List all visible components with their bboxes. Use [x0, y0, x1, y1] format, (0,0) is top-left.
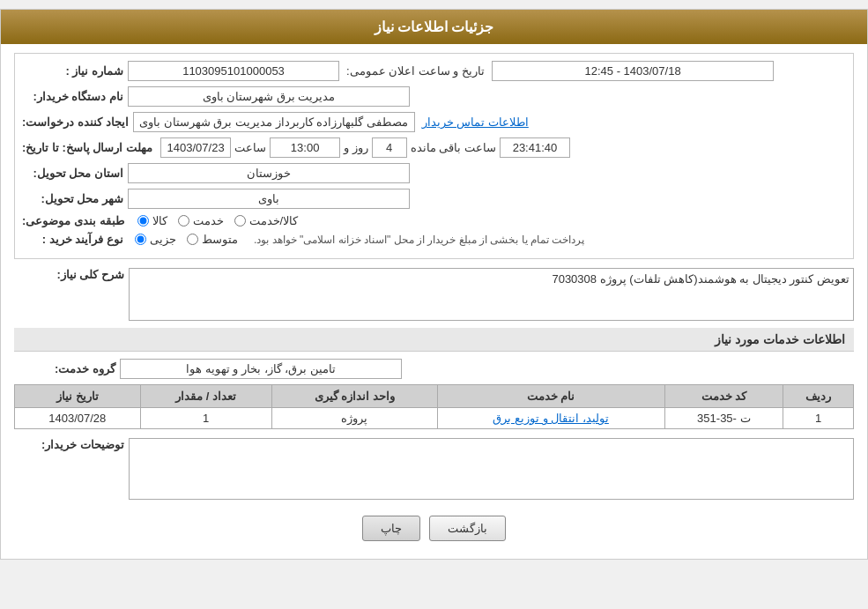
purchase-medium-option[interactable]: متوسط	[187, 233, 238, 246]
deadline-days-label: روز و	[344, 141, 368, 154]
col-quantity: تعداد / مقدار	[140, 385, 271, 408]
city-label: شهر محل تحویل:	[22, 192, 128, 205]
purchase-type-radio-group: متوسط جزیی	[135, 233, 238, 246]
cell-date: 1403/07/28	[15, 408, 141, 429]
purchase-type-label: نوع فرآیند خرید :	[22, 233, 128, 246]
col-service-name: نام خدمت	[437, 385, 664, 408]
col-date: تاریخ نیاز	[15, 385, 141, 408]
category-goods-service-radio[interactable]	[234, 215, 246, 227]
buyer-org-label: نام دستگاه خریدار:	[22, 90, 128, 103]
need-number-row: 1403/07/18 - 12:45 تاریخ و ساعت اعلان عم…	[22, 61, 846, 81]
service-group-label: گروه خدمت:	[14, 362, 120, 375]
province-row: خوزستان استان محل تحویل:	[22, 163, 846, 183]
category-goods-option[interactable]: کالا	[137, 214, 167, 227]
deadline-remaining-label: ساعت باقی مانده	[411, 141, 496, 154]
deadline-remaining-value: 23:41:40	[500, 137, 570, 158]
deadline-label: مهلت ارسال پاسخ: تا تاریخ:	[22, 141, 157, 154]
category-service-label: خدمت	[193, 214, 224, 227]
contact-link[interactable]: اطلاعات تماس خریدار	[422, 115, 529, 129]
category-service-radio[interactable]	[178, 215, 189, 227]
category-goods-radio[interactable]	[137, 215, 149, 227]
need-description-value: تعویض کنتور دیجیتال به هوشمند(کاهش تلفات…	[552, 272, 849, 286]
purchase-desc: پرداخت تمام یا بخشی از مبلغ خریدار از مح…	[254, 234, 584, 246]
purchase-medium-label: متوسط	[202, 233, 238, 246]
services-section-title: اطلاعات خدمات مورد نیاز	[14, 328, 854, 352]
service-table: ردیف کد خدمت نام خدمت واحد اندازه گیری ت…	[14, 384, 854, 429]
service-group-row: تامین برق، گاز، بخار و تهویه هوا گروه خد…	[14, 359, 854, 379]
category-goods-service-option[interactable]: کالا/خدمت	[234, 214, 299, 227]
need-description-label: شرح کلی نیاز:	[14, 268, 129, 281]
requester-value: مصطفی گلبهارزاده کاربرداز مدیریت برق شهر…	[133, 112, 415, 132]
purchase-partial-radio[interactable]	[135, 234, 146, 245]
announce-date-value: 1403/07/18 - 12:45	[492, 61, 774, 81]
buyer-comment-label: توضیحات خریدار:	[14, 438, 129, 451]
col-service-code: کد خدمت	[664, 385, 783, 408]
province-label: استان محل تحویل:	[22, 167, 128, 180]
requester-label: ایجاد کننده درخواست:	[22, 115, 133, 129]
cell-row-num: 1	[783, 408, 854, 429]
purchase-medium-radio[interactable]	[187, 234, 198, 245]
cell-service-name[interactable]: تولید، انتقال و توزیع برق	[437, 408, 664, 429]
cell-service-code: ت -35-351	[664, 408, 783, 429]
back-button[interactable]: بازگشت	[429, 516, 506, 541]
need-description-box: تعویض کنتور دیجیتال به هوشمند(کاهش تلفات…	[129, 268, 854, 321]
cell-quantity: 1	[140, 408, 271, 429]
category-row: کالا/خدمت خدمت کالا طبقه بندی موضوعی:	[22, 214, 846, 227]
deadline-time-value: 13:00	[270, 137, 340, 158]
cell-unit: پروژه	[271, 408, 437, 429]
need-number-label: شماره نیاز :	[22, 64, 128, 78]
purchase-partial-option[interactable]: جزیی	[135, 233, 176, 246]
print-button[interactable]: چاپ	[362, 516, 420, 541]
requester-row: اطلاعات تماس خریدار مصطفی گلبهارزاده کار…	[22, 112, 846, 132]
province-value: خوزستان	[128, 163, 410, 183]
purchase-partial-label: جزیی	[150, 233, 176, 246]
buyer-desc-row: توضیحات خریدار:	[14, 438, 854, 500]
purchase-type-row: پرداخت تمام یا بخشی از مبلغ خریدار از مح…	[22, 233, 846, 246]
category-service-option[interactable]: خدمت	[178, 214, 224, 227]
main-form: 1403/07/18 - 12:45 تاریخ و ساعت اعلان عم…	[14, 53, 854, 259]
announce-date-label: تاریخ و ساعت اعلان عمومی:	[346, 64, 485, 78]
city-value: باوی	[128, 189, 410, 209]
category-goods-label: کالا	[152, 214, 167, 227]
buyer-desc-box	[129, 438, 854, 500]
deadline-row: 23:41:40 ساعت باقی مانده 4 روز و 13:00 س…	[22, 137, 846, 158]
category-radio-group: کالا/خدمت خدمت کالا	[137, 214, 299, 227]
service-group-value: تامین برق، گاز، بخار و تهویه هوا	[120, 359, 402, 379]
deadline-time-label: ساعت	[234, 141, 266, 154]
table-row: 1 ت -35-351 تولید، انتقال و توزیع برق پر…	[15, 408, 854, 429]
page-header: جزئیات اطلاعات نیاز	[1, 10, 867, 44]
button-row: بازگشت چاپ	[14, 507, 854, 550]
need-description-row: تعویض کنتور دیجیتال به هوشمند(کاهش تلفات…	[14, 268, 854, 321]
city-row: باوی شهر محل تحویل:	[22, 189, 846, 209]
need-number-value: 1103095101000053	[128, 61, 339, 81]
category-goods-service-label: کالا/خدمت	[249, 214, 299, 227]
deadline-date-value: 1403/07/23	[160, 137, 231, 158]
buyer-org-value: مدیریت برق شهرستان باوی	[128, 86, 410, 107]
col-unit: واحد اندازه گیری	[271, 385, 437, 408]
deadline-days-value: 4	[372, 137, 407, 158]
page-title: جزئیات اطلاعات نیاز	[375, 19, 494, 34]
col-row-num: ردیف	[783, 385, 854, 408]
category-label: طبقه بندی موضوعی:	[22, 214, 129, 227]
table-header-row: ردیف کد خدمت نام خدمت واحد اندازه گیری ت…	[15, 385, 854, 408]
buyer-org-row: مدیریت برق شهرستان باوی نام دستگاه خریدا…	[22, 86, 846, 107]
